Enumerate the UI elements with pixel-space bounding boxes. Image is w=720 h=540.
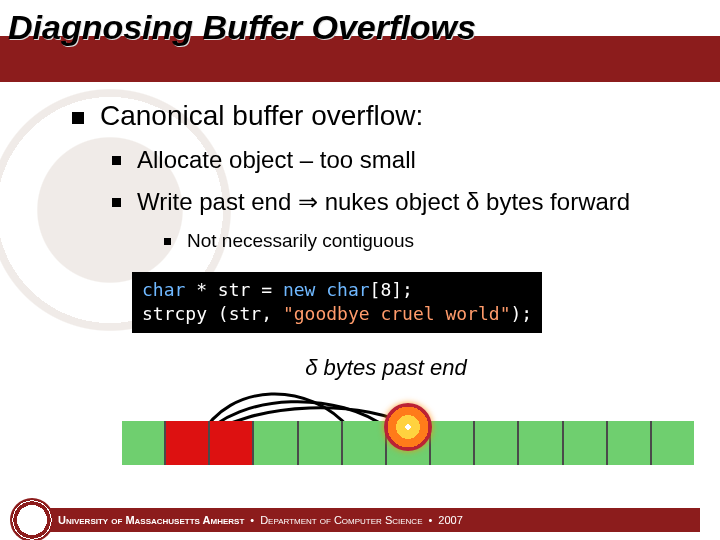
code-keyword: new char — [283, 279, 370, 300]
cell-allocated — [166, 421, 210, 465]
cell-free — [431, 421, 475, 465]
content-area: Canonical buffer overflow: Allocate obje… — [72, 100, 700, 473]
bullet-icon — [112, 198, 121, 207]
footer-university: University of Massachusetts Amherst — [58, 514, 244, 526]
memory-diagram — [122, 393, 694, 473]
cell-free — [122, 421, 166, 465]
cell-free — [475, 421, 519, 465]
bullet-text: Not necessarily contiguous — [187, 230, 414, 252]
bullet-level-2: Allocate object – too small — [112, 146, 700, 174]
code-text: [8]; — [370, 279, 413, 300]
code-string: "goodbye cruel world" — [283, 303, 511, 324]
cell-free — [652, 421, 694, 465]
code-text: * str = — [185, 279, 283, 300]
bullet-text: Allocate object – too small — [137, 146, 416, 174]
bullet-text: Write past end ⇒ nukes object δ bytes fo… — [137, 188, 630, 216]
bullet-icon — [72, 112, 84, 124]
code-text: ); — [510, 303, 532, 324]
cell-free — [519, 421, 563, 465]
slide-title: Diagnosing Buffer Overflows — [8, 8, 476, 47]
cell-free — [254, 421, 298, 465]
annotation-label: δ bytes past end — [72, 355, 700, 381]
separator-dot-icon: • — [250, 514, 254, 526]
bullet-icon — [112, 156, 121, 165]
bullet-level-1: Canonical buffer overflow: — [72, 100, 700, 132]
slide: Diagnosing Buffer Overflows Canonical bu… — [0, 0, 720, 540]
bullet-level-3: Not necessarily contiguous — [164, 230, 700, 252]
bullet-level-2: Write past end ⇒ nukes object δ bytes fo… — [112, 188, 700, 216]
code-keyword: char — [142, 279, 185, 300]
bullet-icon — [164, 238, 171, 245]
code-text: strcpy (str, — [142, 303, 283, 324]
footer-year: 2007 — [438, 514, 462, 526]
footer-band: University of Massachusetts Amherst • De… — [50, 508, 700, 532]
cell-free — [564, 421, 608, 465]
cell-free — [343, 421, 387, 465]
cell-free — [608, 421, 652, 465]
footer-department: Department of Computer Science — [260, 514, 422, 526]
footer-seal-icon — [10, 498, 54, 540]
explosion-icon — [384, 403, 432, 451]
code-block: char * str = new char[8]; strcpy (str, "… — [132, 272, 542, 333]
cell-free — [299, 421, 343, 465]
bullet-text: Canonical buffer overflow: — [100, 100, 423, 132]
cell-allocated — [210, 421, 254, 465]
separator-dot-icon: • — [428, 514, 432, 526]
